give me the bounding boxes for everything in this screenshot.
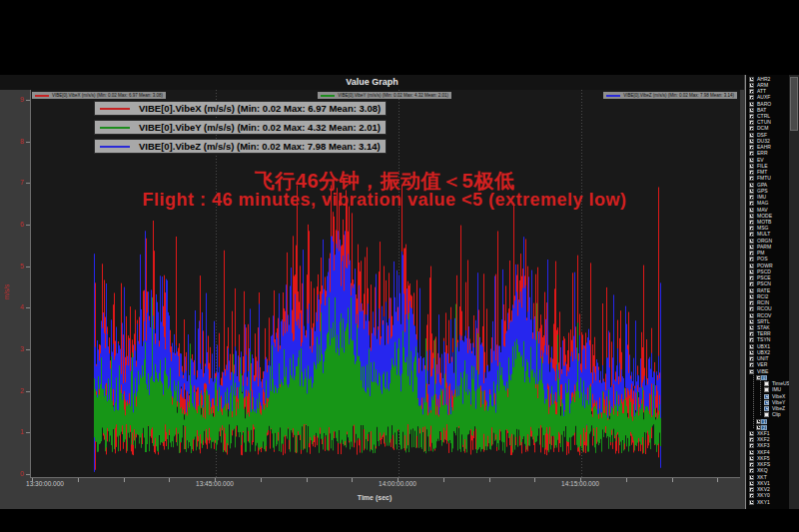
expand-icon[interactable] bbox=[749, 245, 754, 250]
expand-icon[interactable] bbox=[749, 468, 754, 473]
expand-icon[interactable] bbox=[749, 344, 754, 349]
checkbox-checked[interactable] bbox=[764, 394, 769, 399]
graph-title: Value Graph bbox=[346, 77, 399, 87]
mini-legend-text: VIBE[0].VibeX (m/s/s) (Min: 0.02 Max: 6.… bbox=[52, 92, 163, 99]
expand-icon[interactable] bbox=[749, 288, 754, 293]
x-tick-mark bbox=[672, 478, 673, 482]
checkbox-unchecked[interactable] bbox=[764, 381, 769, 386]
y-tick-mark bbox=[26, 391, 30, 392]
y-tick-label: 0 bbox=[6, 470, 24, 477]
expand-icon[interactable] bbox=[749, 158, 754, 163]
expand-icon[interactable] bbox=[749, 145, 754, 150]
expand-icon[interactable] bbox=[749, 487, 754, 492]
mini-legend-text: VIBE[0].VibeY (m/s/s) (Min: 0.02 Max: 4.… bbox=[338, 92, 448, 99]
tree-item-label: Clip bbox=[772, 412, 781, 417]
tree-scrollbar-thumb[interactable] bbox=[790, 77, 798, 131]
tree-item-label: EV bbox=[757, 158, 764, 163]
expand-icon[interactable] bbox=[749, 456, 754, 461]
expand-icon[interactable] bbox=[749, 133, 754, 138]
instance-chip[interactable]: 2 bbox=[761, 425, 767, 430]
expand-icon[interactable] bbox=[749, 294, 754, 299]
expand-icon[interactable] bbox=[749, 83, 754, 88]
expand-icon[interactable] bbox=[756, 425, 761, 430]
expand-icon[interactable] bbox=[749, 126, 754, 131]
expand-icon[interactable] bbox=[749, 443, 754, 448]
expand-icon[interactable] bbox=[749, 189, 754, 194]
tree-item-label: POS bbox=[757, 257, 768, 262]
tree-item-label: XKF4 bbox=[757, 450, 770, 455]
expand-icon[interactable] bbox=[749, 139, 754, 144]
log-message-tree[interactable]: AHR2ARMATTAUXFBAROBATCTRLCTUNDCMDSFDU32E… bbox=[745, 75, 789, 509]
expand-icon[interactable] bbox=[749, 450, 754, 455]
tree-item-label: RCOV bbox=[757, 313, 771, 318]
expand-icon[interactable] bbox=[749, 170, 754, 175]
expand-icon[interactable] bbox=[749, 275, 754, 280]
expand-icon[interactable] bbox=[749, 95, 754, 100]
expand-icon[interactable] bbox=[749, 151, 754, 156]
expand-icon[interactable] bbox=[749, 356, 754, 361]
checkbox-unchecked[interactable] bbox=[764, 412, 769, 417]
legend-box-vibez[interactable]: VIBE[0].VibeZ (m/s/s) (Min: 0.02 Max: 7.… bbox=[95, 140, 386, 153]
expand-icon[interactable] bbox=[749, 214, 754, 219]
expand-icon[interactable] bbox=[749, 257, 754, 262]
expand-icon[interactable] bbox=[749, 337, 754, 342]
y-tick-label: 2 bbox=[6, 387, 24, 394]
instance-chip[interactable]: 1 bbox=[761, 419, 767, 424]
expand-icon[interactable] bbox=[756, 419, 761, 424]
expand-icon[interactable] bbox=[749, 481, 754, 486]
value-graph-panel: Value Graph VIBE[0].VibeX (m/s/s) (Min: … bbox=[0, 75, 744, 509]
tree-scrollbar[interactable] bbox=[789, 75, 799, 509]
expand-icon[interactable] bbox=[749, 306, 754, 311]
expand-icon[interactable] bbox=[749, 120, 754, 125]
expand-icon[interactable] bbox=[749, 176, 754, 181]
expand-icon[interactable] bbox=[749, 264, 754, 268]
expand-icon[interactable] bbox=[749, 77, 754, 82]
expand-icon[interactable] bbox=[749, 325, 754, 330]
expand-icon[interactable] bbox=[749, 183, 754, 188]
expand-icon[interactable] bbox=[749, 300, 754, 305]
expand-icon[interactable] bbox=[749, 431, 754, 436]
x-tick-mark bbox=[169, 478, 170, 482]
tree-item-label: POWR bbox=[757, 264, 773, 268]
tree-item-label: VER bbox=[757, 362, 767, 367]
expand-icon[interactable] bbox=[749, 493, 754, 498]
tree-item-label: AHR2 bbox=[757, 77, 770, 82]
expand-icon[interactable] bbox=[749, 269, 754, 274]
expand-icon[interactable] bbox=[749, 102, 754, 107]
expand-icon[interactable] bbox=[749, 201, 754, 206]
expand-icon[interactable] bbox=[749, 114, 754, 119]
expand-icon[interactable] bbox=[749, 362, 754, 367]
expand-icon[interactable] bbox=[749, 164, 754, 169]
expand-icon[interactable] bbox=[749, 437, 754, 442]
instance-chip[interactable]: 0 bbox=[761, 375, 767, 380]
expand-icon[interactable] bbox=[749, 239, 754, 244]
screenshot-stage: Value Graph VIBE[0].VibeX (m/s/s) (Min: … bbox=[0, 0, 799, 532]
expand-icon[interactable] bbox=[749, 251, 754, 256]
x-tick-mark bbox=[398, 478, 399, 482]
expand-icon[interactable] bbox=[749, 108, 754, 113]
expand-icon[interactable] bbox=[749, 281, 754, 286]
expand-icon[interactable] bbox=[749, 462, 754, 467]
expand-icon[interactable] bbox=[749, 220, 754, 225]
tree-item-xky1[interactable]: XKY1 bbox=[746, 499, 789, 505]
expand-icon[interactable] bbox=[749, 331, 754, 336]
legend-box-vibex[interactable]: VIBE[0].VibeX (m/s/s) (Min: 0.02 Max: 6.… bbox=[95, 102, 386, 115]
checkbox-checked[interactable] bbox=[764, 406, 769, 411]
expand-icon[interactable] bbox=[749, 232, 754, 237]
expand-icon[interactable] bbox=[749, 313, 754, 318]
expand-icon[interactable] bbox=[749, 319, 754, 324]
expand-icon[interactable] bbox=[749, 350, 754, 355]
expand-icon[interactable] bbox=[749, 475, 754, 480]
legend-boxes: VIBE[0].VibeX (m/s/s) (Min: 0.02 Max: 6.… bbox=[95, 102, 386, 159]
tree-item-label: MAV bbox=[757, 208, 767, 213]
expand-icon[interactable] bbox=[749, 500, 754, 505]
checkbox-checked[interactable] bbox=[764, 400, 769, 405]
legend-box-vibey[interactable]: VIBE[0].VibeY (m/s/s) (Min: 0.02 Max: 4.… bbox=[95, 121, 386, 134]
expand-icon[interactable] bbox=[749, 208, 754, 213]
tree-item-label: ERR bbox=[757, 151, 768, 156]
expand-icon[interactable] bbox=[749, 89, 754, 94]
expand-icon[interactable] bbox=[749, 226, 754, 231]
series-color-dash bbox=[100, 146, 130, 148]
expand-icon[interactable] bbox=[749, 195, 754, 200]
checkbox-unchecked[interactable] bbox=[764, 387, 769, 392]
